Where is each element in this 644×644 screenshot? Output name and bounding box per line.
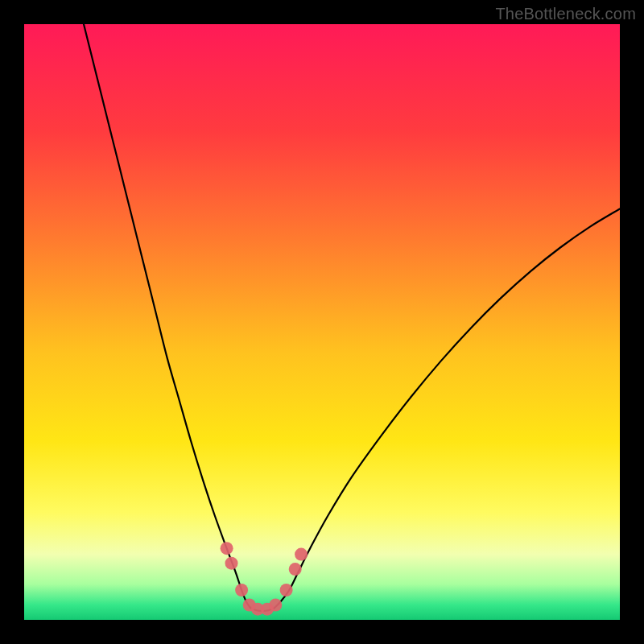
plot-area bbox=[24, 24, 620, 620]
chart-svg bbox=[24, 24, 620, 620]
marker-point bbox=[295, 548, 308, 561]
marker-point bbox=[225, 557, 238, 570]
marker-point bbox=[221, 542, 233, 555]
outer-frame: TheBottleneck.com bbox=[0, 0, 644, 644]
watermark-text: TheBottleneck.com bbox=[495, 5, 636, 23]
marker-point bbox=[235, 584, 248, 597]
gradient-background bbox=[24, 24, 620, 620]
marker-point bbox=[280, 584, 293, 597]
marker-point bbox=[269, 599, 282, 612]
marker-point bbox=[289, 563, 302, 576]
